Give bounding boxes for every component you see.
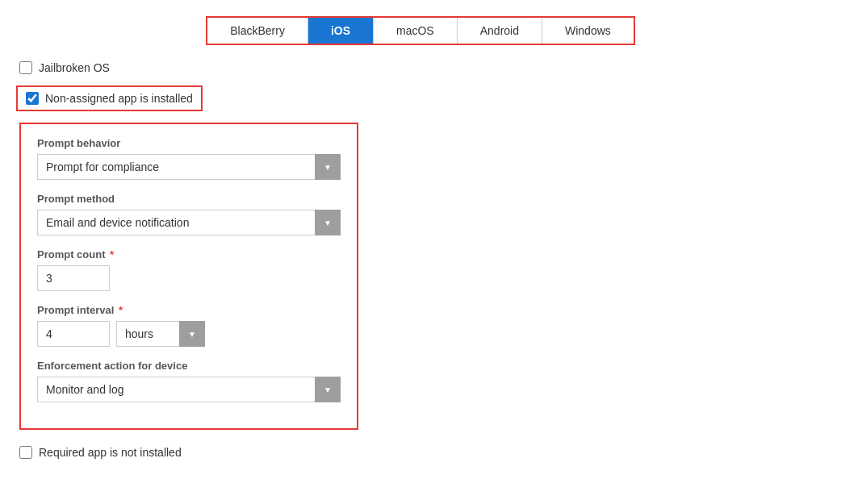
prompt-interval-row: hours days minutes bbox=[37, 321, 341, 347]
jailbroken-os-row: Jailbroken OS bbox=[16, 61, 825, 74]
prompt-method-group: Prompt method Email and device notificat… bbox=[37, 193, 341, 235]
prompt-interval-label: Prompt interval * bbox=[37, 304, 341, 316]
prompt-interval-required-star: * bbox=[115, 304, 123, 316]
prompt-interval-group: Prompt interval * hours days minutes bbox=[37, 304, 341, 347]
enforcement-action-label: Enforcement action for device bbox=[37, 360, 341, 372]
enforcement-action-select[interactable]: Monitor and log Block Allow bbox=[37, 377, 341, 402]
tab-windows[interactable]: Windows bbox=[542, 18, 634, 44]
required-app-checkbox[interactable] bbox=[19, 446, 32, 459]
enforcement-action-select-wrapper: Monitor and log Block Allow bbox=[37, 377, 341, 402]
non-assigned-app-checkbox[interactable] bbox=[26, 92, 39, 105]
tab-ios[interactable]: iOS bbox=[308, 18, 374, 44]
prompt-behavior-label: Prompt behavior bbox=[37, 137, 341, 149]
prompt-count-input[interactable] bbox=[37, 265, 110, 291]
prompt-behavior-group: Prompt behavior Prompt for compliance Bl… bbox=[37, 137, 341, 180]
os-tab-group: BlackBerry iOS macOS Android Windows bbox=[206, 16, 635, 45]
prompt-method-select-wrapper: Email and device notification Email only… bbox=[37, 210, 341, 235]
main-content: Jailbroken OS Non-assigned app is instal… bbox=[0, 61, 841, 475]
required-app-row: Required app is not installed bbox=[16, 446, 825, 459]
prompt-behavior-select-wrapper: Prompt for compliance Block Allow bbox=[37, 154, 341, 180]
non-assigned-app-label: Non-assigned app is installed bbox=[45, 92, 193, 105]
tab-blackberry[interactable]: BlackBerry bbox=[207, 18, 308, 44]
tab-macos[interactable]: macOS bbox=[374, 18, 458, 44]
enforcement-action-group: Enforcement action for device Monitor an… bbox=[37, 360, 341, 402]
prompt-behavior-select[interactable]: Prompt for compliance Block Allow bbox=[37, 154, 341, 180]
non-assigned-app-row: Non-assigned app is installed bbox=[16, 85, 203, 111]
tab-bar: BlackBerry iOS macOS Android Windows bbox=[0, 0, 841, 61]
prompt-count-label: Prompt count * bbox=[37, 248, 341, 260]
jailbroken-os-checkbox[interactable] bbox=[19, 61, 32, 74]
tab-android[interactable]: Android bbox=[458, 18, 542, 44]
prompt-method-label: Prompt method bbox=[37, 193, 341, 205]
prompt-interval-input[interactable] bbox=[37, 321, 110, 347]
prompt-interval-unit-select-wrapper: hours days minutes bbox=[116, 321, 205, 347]
required-app-label: Required app is not installed bbox=[39, 446, 182, 459]
prompt-interval-unit-select[interactable]: hours days minutes bbox=[116, 321, 205, 347]
compliance-form-panel: Prompt behavior Prompt for compliance Bl… bbox=[19, 123, 358, 430]
prompt-method-select[interactable]: Email and device notification Email only… bbox=[37, 210, 341, 235]
prompt-count-group: Prompt count * bbox=[37, 248, 341, 291]
prompt-count-required-star: * bbox=[107, 248, 115, 260]
jailbroken-os-label: Jailbroken OS bbox=[39, 61, 110, 74]
